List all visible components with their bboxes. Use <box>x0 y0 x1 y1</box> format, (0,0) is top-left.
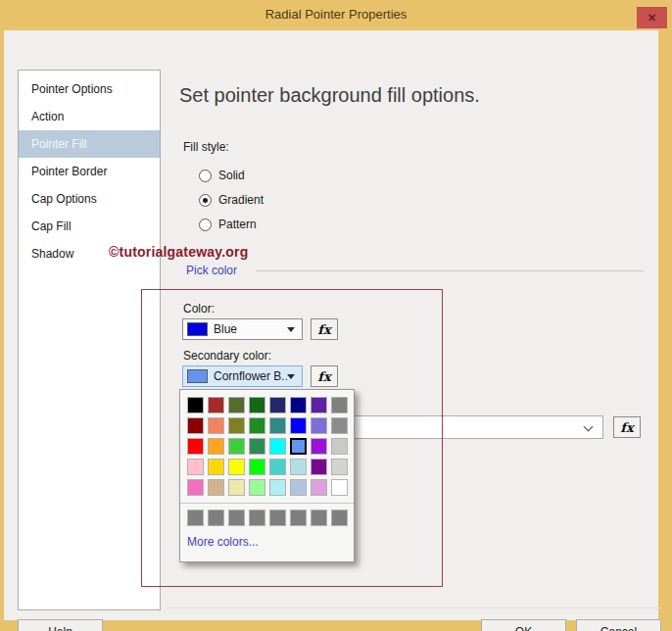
fx-icon: fx <box>620 420 633 435</box>
group-separator <box>256 270 644 271</box>
color-swatch[interactable] <box>311 417 327 434</box>
color-swatch[interactable] <box>228 438 245 455</box>
recent-color-swatch[interactable] <box>249 510 265 526</box>
fill-style-label: Fill style: <box>183 140 229 154</box>
color-swatch[interactable] <box>249 459 265 475</box>
color-swatch[interactable] <box>290 397 307 413</box>
color-swatch[interactable] <box>290 417 307 434</box>
color-swatch[interactable] <box>249 397 265 413</box>
color-swatch[interactable] <box>311 459 327 475</box>
fx-icon: fx <box>317 369 330 384</box>
color-swatch[interactable] <box>331 459 348 475</box>
radio-solid-label: Solid <box>218 169 245 182</box>
secondary-color-label: Secondary color: <box>183 349 271 363</box>
more-colors-link[interactable]: More colors... <box>187 535 259 549</box>
radio-pattern-icon <box>199 218 212 231</box>
color-swatch[interactable] <box>331 397 348 413</box>
dialog-body: Pointer Options Action Pointer Fill Poin… <box>4 30 658 620</box>
gradient-expression-button[interactable]: fx <box>613 416 641 438</box>
color-swatch[interactable] <box>187 479 204 496</box>
sidebar-item-cap-options[interactable]: Cap Options <box>19 185 160 213</box>
color-swatch[interactable] <box>208 417 224 434</box>
radio-pattern-label: Pattern <box>218 218 257 231</box>
sidebar-item-pointer-options[interactable]: Pointer Options <box>19 75 160 103</box>
close-button[interactable]: ✕ <box>637 7 667 28</box>
color-swatch[interactable] <box>208 479 224 496</box>
recent-color-swatch[interactable] <box>187 510 204 526</box>
color-value: Blue <box>214 322 287 336</box>
color-dropdown[interactable]: Blue <box>182 318 303 340</box>
radio-gradient[interactable]: Gradient <box>199 191 264 209</box>
color-picker-popup: More colors... <box>179 389 355 562</box>
color-swatch[interactable] <box>228 417 245 434</box>
color-swatch[interactable] <box>331 417 348 434</box>
radio-gradient-icon <box>199 194 212 207</box>
color-swatch[interactable] <box>311 397 327 413</box>
color-swatch-preview <box>187 322 208 336</box>
recent-color-swatch[interactable] <box>228 510 245 526</box>
color-swatch[interactable] <box>269 459 286 475</box>
color-swatch[interactable] <box>331 438 348 455</box>
secondary-color-swatch-preview <box>187 369 208 383</box>
color-swatch[interactable] <box>187 459 204 475</box>
color-swatch[interactable] <box>311 479 327 496</box>
close-icon: ✕ <box>648 12 656 24</box>
sidebar-item-cap-fill[interactable]: Cap Fill <box>19 213 160 240</box>
color-swatch[interactable] <box>187 397 204 413</box>
recent-color-swatch[interactable] <box>290 510 307 526</box>
color-swatch[interactable] <box>290 479 307 496</box>
watermark: ©tutorialgateway.org <box>109 244 248 260</box>
color-swatch[interactable] <box>208 459 224 475</box>
color-swatch[interactable] <box>269 397 286 413</box>
fx-icon: fx <box>317 322 330 337</box>
color-swatch[interactable] <box>249 417 265 434</box>
radio-solid[interactable]: Solid <box>199 167 245 184</box>
chevron-down-icon <box>584 422 594 432</box>
footer-separator <box>166 607 662 608</box>
sidebar-item-pointer-border[interactable]: Pointer Border <box>19 158 160 185</box>
color-swatch[interactable] <box>208 397 224 413</box>
radio-pattern[interactable]: Pattern <box>199 216 257 233</box>
color-label: Color: <box>183 302 215 316</box>
chevron-down-icon <box>287 374 295 379</box>
page-title: Set pointer background fill options. <box>179 84 480 107</box>
recent-color-swatch[interactable] <box>331 510 348 526</box>
recent-color-swatch[interactable] <box>208 510 224 526</box>
color-swatch[interactable] <box>228 459 245 475</box>
color-grid <box>187 397 348 496</box>
color-swatch[interactable] <box>290 459 307 475</box>
sidebar: Pointer Options Action Pointer Fill Poin… <box>18 70 161 610</box>
color-swatch[interactable] <box>290 438 307 455</box>
ok-button[interactable]: OK <box>481 619 566 631</box>
color-swatch[interactable] <box>228 479 245 496</box>
window-title: Radial Pointer Properties <box>0 0 672 30</box>
sidebar-item-action[interactable]: Action <box>19 103 160 130</box>
help-button[interactable]: Help <box>18 619 103 631</box>
pick-color-group-label: Pick color <box>186 264 237 277</box>
chevron-down-icon <box>287 327 295 332</box>
color-expression-button[interactable]: fx <box>311 318 338 340</box>
recent-color-swatch[interactable] <box>269 510 286 526</box>
color-swatch[interactable] <box>208 438 224 455</box>
sidebar-item-pointer-fill[interactable]: Pointer Fill <box>19 130 160 158</box>
sidebar-list: Pointer Options Action Pointer Fill Poin… <box>19 71 160 267</box>
color-swatch[interactable] <box>249 438 265 455</box>
palette-separator <box>180 503 354 504</box>
color-swatch[interactable] <box>311 438 327 455</box>
radio-solid-icon <box>199 170 212 182</box>
color-swatch[interactable] <box>187 417 204 434</box>
color-swatch[interactable] <box>228 397 245 413</box>
color-swatch[interactable] <box>187 438 204 455</box>
radio-gradient-label: Gradient <box>218 193 264 207</box>
color-swatch[interactable] <box>269 438 286 455</box>
dialog-window: Radial Pointer Properties ✕ Pointer Opti… <box>0 0 672 631</box>
color-swatch[interactable] <box>249 479 265 496</box>
cancel-button[interactable]: Cancel <box>576 619 661 631</box>
secondary-color-expression-button[interactable]: fx <box>311 365 338 387</box>
secondary-color-dropdown[interactable]: Cornflower B... <box>182 365 303 387</box>
recent-color-row <box>187 510 348 526</box>
color-swatch[interactable] <box>269 417 286 434</box>
color-swatch[interactable] <box>331 479 348 496</box>
color-swatch[interactable] <box>269 479 286 496</box>
recent-color-swatch[interactable] <box>311 510 327 526</box>
